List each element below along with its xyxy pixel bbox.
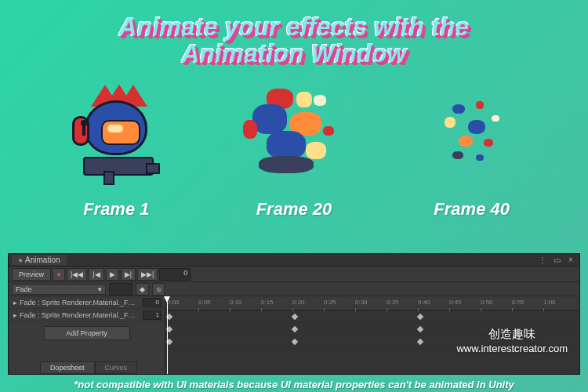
clip-select[interactable]: Fade ▾ xyxy=(12,284,106,295)
watermark-url: www.interestcreator.com xyxy=(456,342,568,356)
ruler-tick: 0:35 xyxy=(387,299,399,306)
ruler-tick: 0:30 xyxy=(355,299,368,306)
animation-toolbar: Preview ● |◀◀ |◀ ▶ ▶| ▶▶| 0 xyxy=(9,267,579,282)
current-frame-field[interactable]: 0 xyxy=(159,268,191,281)
dissolve-speck-icon xyxy=(492,115,499,122)
play-button[interactable]: ▶ xyxy=(106,268,119,281)
dissolve-speck-icon xyxy=(459,136,473,147)
property-panel: ▸ Fade : Sprite Renderer.Material._F… 0 … xyxy=(9,296,165,374)
window-maximize-icon[interactable]: ▭ xyxy=(551,256,562,264)
property-row[interactable]: ▸ Fade : Sprite Renderer.Material._F… 0 xyxy=(9,296,165,309)
ruler-tick: 0:10 xyxy=(230,299,242,306)
animation-tab[interactable]: ● Animation xyxy=(12,255,67,265)
dissolve-speck-icon xyxy=(452,151,463,159)
window-menu-icon[interactable]: ⋮ xyxy=(537,256,548,264)
expand-icon[interactable]: ▸ xyxy=(13,299,17,307)
keyframe-icon[interactable] xyxy=(292,314,298,320)
first-frame-button[interactable]: |◀◀ xyxy=(67,268,87,281)
add-property-button[interactable]: Add Property xyxy=(44,326,130,340)
property-value-field[interactable]: 1 xyxy=(143,310,162,320)
ruler-tick: 0:15 xyxy=(261,299,274,306)
hero-line1: Animate your effects with the xyxy=(0,14,588,41)
add-keyframe-button[interactable]: ◆ xyxy=(136,283,149,296)
keyframe-icon[interactable] xyxy=(417,326,423,332)
bottom-tabs: Dopesheet Curves xyxy=(9,360,165,374)
keyframe-icon[interactable] xyxy=(417,314,423,320)
hero-line2: Animation Window xyxy=(0,41,588,67)
frame-40: Frame 40 xyxy=(409,77,535,220)
clip-row: Fade ▾ ◆ ⎋ xyxy=(9,282,579,296)
dissolve-speck-icon xyxy=(452,104,465,114)
dissolve-blob-icon xyxy=(323,126,334,136)
chevron-down-icon: ▾ xyxy=(98,285,102,293)
summary-track[interactable] xyxy=(165,310,579,323)
keyframe-icon[interactable] xyxy=(292,326,298,332)
character-earpiece-icon xyxy=(72,116,89,146)
animation-window: ● Animation ⋮ ▭ × Preview ● |◀◀ |◀ ▶ ▶| … xyxy=(8,253,580,375)
timeline-ruler[interactable]: 0:00 0:05 0:10 0:15 0:20 0:25 0:30 0:35 … xyxy=(165,296,579,310)
prev-key-button[interactable]: |◀ xyxy=(89,268,103,281)
property-name: Fade : Sprite Renderer.Material._F… xyxy=(20,299,136,307)
frame-1: Frame 1 xyxy=(53,77,179,220)
animation-titlebar: ● Animation ⋮ ▭ × xyxy=(9,254,579,267)
dopesheet-tab[interactable]: Dopesheet xyxy=(40,361,95,374)
curves-tab[interactable]: Curves xyxy=(95,361,138,374)
dissolve-speck-icon xyxy=(445,117,456,128)
add-event-button[interactable]: ⎋ xyxy=(152,283,165,296)
property-value-field[interactable]: 0 xyxy=(143,298,162,307)
ruler-tick: 0:05 xyxy=(198,299,211,306)
dissolve-blob-icon xyxy=(252,104,287,134)
frame-40-label: Frame 40 xyxy=(434,199,510,220)
ruler-tick: 0:20 xyxy=(292,299,305,306)
clip-name: Fade xyxy=(16,285,32,293)
window-close-icon[interactable]: × xyxy=(565,256,576,264)
character-gun-icon xyxy=(83,157,154,176)
frame-20-label: Frame 20 xyxy=(256,199,332,220)
dissolve-blob-icon xyxy=(306,142,326,159)
dissolve-blob-icon xyxy=(259,156,314,173)
ruler-tick: 0:40 xyxy=(418,299,430,306)
character-head-icon xyxy=(85,100,147,155)
sprite-frame-20 xyxy=(231,77,357,194)
expand-icon[interactable]: ▸ xyxy=(13,311,17,319)
playhead-icon[interactable] xyxy=(167,296,168,374)
samples-field[interactable] xyxy=(109,283,132,296)
last-frame-button[interactable]: ▶▶| xyxy=(137,268,158,281)
next-key-button[interactable]: ▶| xyxy=(121,268,136,281)
ruler-tick: 0:45 xyxy=(449,299,462,306)
dissolve-blob-icon xyxy=(296,92,312,107)
dissolve-speck-icon xyxy=(468,120,485,134)
sprite-frame-40 xyxy=(409,77,535,194)
watermark: 创造趣味 www.interestcreator.com xyxy=(456,325,568,356)
keyframe-icon[interactable] xyxy=(292,339,298,345)
ruler-tick: 0:55 xyxy=(512,299,524,306)
dissolve-speck-icon xyxy=(476,154,484,161)
property-row[interactable]: ▸ Fade : Sprite Renderer.Material._F… 1 xyxy=(9,309,165,321)
property-name: Fade : Sprite Renderer.Material._F… xyxy=(20,311,136,319)
keyframe-icon[interactable] xyxy=(417,339,423,345)
ruler-tick: 1:00 xyxy=(543,299,556,306)
character-antenna-icon xyxy=(82,125,85,136)
ruler-tick: 0:25 xyxy=(324,299,336,306)
dissolve-speck-icon xyxy=(476,101,484,109)
watermark-cn: 创造趣味 xyxy=(456,325,568,342)
hero-title: Animate your effects with the Animation … xyxy=(0,0,588,67)
frame-1-label: Frame 1 xyxy=(83,199,149,220)
footnote: *not compatible with UI materials becaus… xyxy=(0,379,588,390)
dissolve-blob-icon xyxy=(314,95,326,106)
character-visor-icon xyxy=(101,120,140,145)
frames-row: Frame 1 Frame 20 xyxy=(0,67,588,220)
sprite-frame-1 xyxy=(53,77,179,194)
preview-button[interactable]: Preview xyxy=(12,268,51,281)
ruler-tick: 0:50 xyxy=(481,299,493,306)
dissolve-blob-icon xyxy=(267,131,306,159)
frame-20: Frame 20 xyxy=(231,77,357,220)
animation-tab-label: Animation xyxy=(25,256,60,264)
dissolve-blob-icon xyxy=(243,120,257,139)
dissolve-speck-icon xyxy=(484,139,493,147)
character-gun-mag-icon xyxy=(103,171,114,185)
animation-tab-icon: ● xyxy=(18,256,23,264)
record-button[interactable]: ● xyxy=(53,268,65,281)
